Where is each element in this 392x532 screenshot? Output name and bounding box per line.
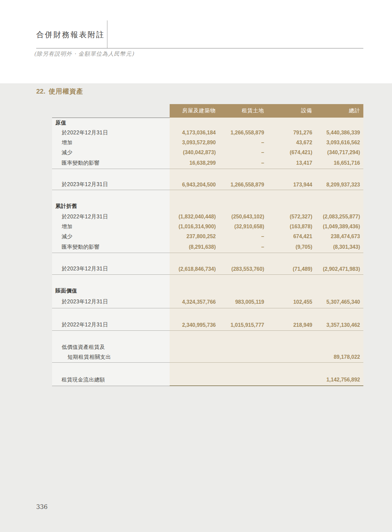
cell-value: (340,042,873) [170, 148, 219, 157]
cell-value: (2,083,255,877) [316, 212, 363, 222]
cell-value: 3,357,130,462 [316, 320, 363, 330]
cell-value [267, 343, 316, 352]
table-row [52, 274, 363, 286]
table-header-row: 房屋及建築物租賃土地設備總計 [170, 104, 363, 118]
row-label: 於2022年12月31日 [52, 320, 170, 330]
cell-value: 8,209,937,323 [316, 180, 363, 190]
table-row: 於2022年12月31日2,340,995,7361,015,915,77721… [52, 320, 363, 330]
row-label: 於2023年12月31日 [52, 264, 170, 274]
cell-value: 238,474,673 [316, 232, 363, 241]
row-label: 累計折舊 [52, 201, 170, 212]
cell-value: (1,016,314,900) [170, 222, 219, 232]
cell-value [219, 190, 267, 201]
cell-value: 1,266,558,879 [219, 180, 267, 190]
cell-value: (9,705) [267, 241, 316, 253]
table-row: 於2022年12月31日(1,832,040,448)(250,643,102)… [52, 212, 363, 222]
cell-value: (340,717,294) [316, 148, 363, 157]
table-row: 增加(1,016,314,900)(32,910,658)(163,878)(1… [52, 222, 363, 232]
cell-value: (8,291,638) [170, 241, 219, 253]
cell-value: – [219, 232, 267, 241]
row-label: 租賃現金流出總額 [52, 374, 170, 386]
cell-value: (32,910,658) [219, 222, 267, 232]
cell-value [267, 362, 316, 374]
table-row: 匯率變動的影響(8,291,638)–(9,705)(8,301,343) [52, 241, 363, 253]
cell-value [267, 190, 316, 201]
row-label: 增加 [52, 222, 170, 232]
cell-value: 16,638,299 [170, 157, 219, 169]
cell-value: 1,266,558,879 [219, 128, 267, 138]
cell-value [316, 286, 363, 296]
table-row: 於2023年12月31日6,943,204,5001,266,558,87917… [52, 180, 363, 190]
row-label [52, 362, 170, 374]
cell-value [219, 118, 267, 128]
page-title: 合併財務報表附註 [36, 30, 105, 40]
row-label [52, 190, 170, 201]
row-label: 於2023年12月31日 [52, 180, 170, 190]
cell-value [219, 362, 267, 374]
cell-value: 4,324,357,766 [170, 296, 219, 308]
cell-value [170, 274, 219, 286]
cell-value: 674,421 [267, 232, 316, 241]
table-row: 累計折舊 [52, 201, 363, 212]
table-row [52, 308, 363, 320]
cell-value [267, 286, 316, 296]
cell-value: (71,489) [267, 264, 316, 274]
row-label: 於2022年12月31日 [52, 212, 170, 222]
row-label: 短期租賃相關支出 [52, 352, 170, 362]
row-label: 減少 [52, 148, 170, 157]
cell-value: (572,327) [267, 212, 316, 222]
cell-value: (674,421) [267, 148, 316, 157]
cell-value: 13,417 [267, 157, 316, 169]
table-row [52, 362, 363, 374]
cell-value: (250,643,102) [219, 212, 267, 222]
table-row: 短期租賃相關支出89,178,022 [52, 352, 363, 362]
cell-value: 983,005,119 [219, 296, 267, 308]
cell-value: (1,832,040,448) [170, 212, 219, 222]
table-row: 減少(340,042,873)–(674,421)(340,717,294) [52, 148, 363, 157]
cell-value [267, 374, 316, 386]
cell-value [170, 201, 219, 212]
cell-value [267, 201, 316, 212]
cell-value: – [219, 148, 267, 157]
section-number: 22. [36, 88, 45, 95]
cell-value [219, 253, 267, 264]
cell-value [219, 286, 267, 296]
cell-value [219, 308, 267, 320]
section-title: 使用權資產 [49, 88, 83, 95]
cell-value [170, 330, 219, 343]
cell-value: 3,093,616,562 [316, 138, 363, 148]
cell-value [267, 330, 316, 343]
table-row [52, 169, 363, 180]
cell-value: 16,651,716 [316, 157, 363, 169]
cell-value: 6,943,204,500 [170, 180, 219, 190]
cell-value [219, 374, 267, 386]
cell-value: – [219, 138, 267, 148]
cell-value: – [219, 157, 267, 169]
cell-value [316, 330, 363, 343]
column-header: 總計 [316, 107, 363, 114]
page-number: 336 [36, 503, 47, 510]
title-vertical-divider [107, 20, 107, 48]
table-row: 賬面價值 [52, 286, 363, 296]
cell-value [170, 253, 219, 264]
cell-value: (283,553,760) [219, 264, 267, 274]
row-label [52, 330, 170, 343]
cell-value: 4,173,036,184 [170, 128, 219, 138]
cell-value [267, 118, 316, 128]
cell-value: 89,178,022 [316, 352, 363, 362]
cell-value [316, 201, 363, 212]
cell-value [267, 352, 316, 362]
cell-value [170, 362, 219, 374]
row-label: 匯率變動的影響 [52, 157, 170, 169]
cell-value [170, 374, 219, 386]
cell-value [267, 274, 316, 286]
cell-value [219, 343, 267, 352]
row-label: 低價值資產租賃及 [52, 343, 170, 352]
cell-value: 237,800,252 [170, 232, 219, 241]
column-header: 房屋及建築物 [170, 107, 219, 114]
cell-value [267, 253, 316, 264]
table-row: 於2023年12月31日4,324,357,766983,005,119102,… [52, 296, 363, 308]
cell-value: 2,340,995,736 [170, 320, 219, 330]
row-label: 減少 [52, 232, 170, 241]
column-header: 租賃土地 [219, 107, 267, 114]
